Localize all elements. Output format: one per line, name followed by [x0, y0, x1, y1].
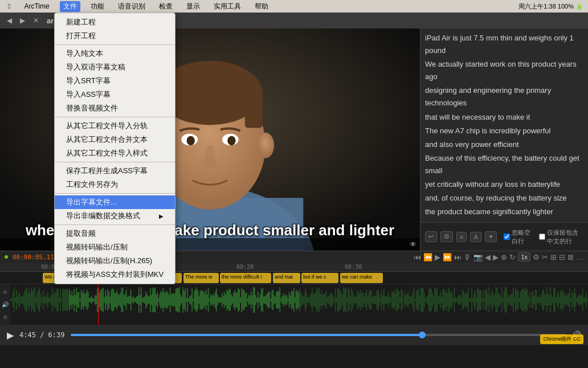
svg-rect-364	[414, 288, 415, 313]
speed-selector[interactable]: 1x	[518, 252, 530, 261]
tl-cut[interactable]: ✂	[542, 253, 548, 261]
svg-rect-23	[19, 294, 21, 306]
menu-replace-video[interactable]: 替换音视频文件	[55, 101, 175, 115]
play-button[interactable]: ▶	[7, 330, 14, 341]
transcript-btn-5[interactable]: ✦	[485, 231, 497, 242]
tl-skip-forward[interactable]: ⏭	[454, 253, 462, 261]
subtitle-segment[interactable]: we can make	[340, 273, 383, 283]
svg-rect-405	[461, 297, 462, 303]
menu-check[interactable]: 检查	[156, 1, 176, 12]
svg-rect-261	[295, 297, 296, 303]
eye-icon[interactable]: 👁	[410, 240, 416, 248]
menu-mux-ass[interactable]: 将视频与ASS文件封装到MKV	[55, 268, 175, 281]
svg-rect-27	[24, 292, 25, 308]
apple-menu[interactable]: 	[5, 2, 14, 11]
tl-delete[interactable]: ⊠	[567, 253, 574, 261]
tl-settings[interactable]: ⚙	[533, 253, 540, 261]
menu-video-transcode[interactable]: 视频转码输出/压制	[55, 240, 175, 254]
menu-save-as[interactable]: 工程文件另存为	[55, 178, 175, 191]
side-icon-3[interactable]: ⊕	[3, 314, 7, 320]
menu-new-project[interactable]: 新建工程	[55, 15, 175, 29]
menu-import-srt[interactable]: 导入SRT字幕	[55, 74, 175, 88]
transcript-btn-4[interactable]: A	[470, 232, 481, 242]
menu-open-project[interactable]: 打开工程	[55, 29, 175, 43]
svg-rect-146	[162, 292, 163, 308]
transcript-btn-3[interactable]: ≡	[456, 232, 467, 242]
menu-arctime[interactable]: ArcTime	[21, 2, 52, 11]
subtitle-segment[interactable]: The more w	[183, 273, 219, 283]
svg-rect-241	[271, 291, 272, 309]
svg-rect-256	[289, 292, 290, 308]
back-button[interactable]: ◀	[5, 15, 14, 26]
tl-zoom-out[interactable]: ▶	[493, 253, 499, 261]
subtitle-segment[interactable]: and mai	[273, 273, 300, 283]
progress-bar[interactable]	[71, 334, 566, 336]
transcript-btn-2[interactable]: ⚙	[440, 231, 453, 242]
svg-rect-368	[418, 289, 419, 310]
transcript-btn-1[interactable]: ↩	[425, 231, 437, 242]
chinese-only-checkbox[interactable]: 仅保留包含中文的行	[539, 228, 583, 246]
menu-extract-audio[interactable]: 提取音频	[55, 227, 175, 240]
tl-copy[interactable]: ⊞	[550, 253, 557, 261]
menu-import-branch[interactable]: 从其它工程文件导入分轨	[55, 119, 175, 133]
side-icon-2[interactable]: 🔊	[2, 301, 9, 308]
svg-rect-16	[11, 299, 13, 301]
tl-expand[interactable]: ⊕	[501, 253, 507, 261]
tl-more[interactable]: …	[576, 253, 583, 261]
svg-rect-361	[410, 297, 411, 303]
menu-export-subtitle[interactable]: 导出字幕文件...	[55, 195, 175, 209]
svg-rect-35	[34, 287, 35, 313]
menu-file[interactable]: 文件	[60, 1, 80, 12]
menu-speech[interactable]: 语音识别	[115, 1, 149, 12]
menu-video-transcode-h265[interactable]: 视频转码输出/压制(H.265)	[55, 254, 175, 268]
tl-loop[interactable]: ↻	[509, 253, 516, 261]
tl-skip-back[interactable]: ⏮	[414, 253, 421, 261]
svg-rect-329	[373, 296, 374, 304]
svg-rect-257	[290, 296, 291, 304]
menu-import-ass[interactable]: 导入ASS字幕	[55, 88, 175, 101]
tl-record[interactable]: 🎙	[464, 253, 471, 261]
svg-rect-36	[35, 288, 36, 313]
menu-edit[interactable]: 功能	[87, 1, 108, 12]
tl-paste[interactable]: ⊟	[559, 253, 565, 261]
svg-rect-95	[103, 288, 104, 312]
menu-save-ass[interactable]: 保存工程并生成ASS字幕	[55, 164, 175, 178]
svg-rect-183	[205, 294, 206, 306]
svg-rect-469	[535, 289, 536, 310]
subtitle-segment[interactable]: but if we c	[301, 273, 338, 283]
forward-button[interactable]: ▶	[18, 15, 27, 26]
svg-rect-71	[75, 295, 76, 304]
tl-step-back[interactable]: ⏪	[423, 253, 432, 261]
tl-screenshot[interactable]: 📷	[473, 253, 483, 261]
svg-rect-262	[296, 291, 297, 309]
ignore-blank-checkbox[interactable]: 忽略空白行	[504, 228, 531, 246]
separator-3	[55, 162, 175, 162]
menu-help[interactable]: 帮助	[251, 1, 272, 12]
tl-play[interactable]: ▶	[435, 253, 440, 261]
menu-export-nonenc[interactable]: 导出非编数据交换格式 ▶	[55, 209, 175, 223]
progress-thumb[interactable]	[419, 332, 426, 338]
svg-rect-39	[38, 289, 39, 311]
svg-rect-462	[527, 289, 528, 310]
svg-rect-488	[557, 294, 558, 306]
svg-rect-260	[293, 288, 295, 312]
menu-import-bilingual[interactable]: 导入双语字幕文稿	[55, 60, 175, 74]
svg-rect-467	[533, 292, 534, 308]
svg-rect-265	[299, 288, 300, 312]
svg-rect-55	[56, 289, 58, 311]
tl-step-forward[interactable]: ⏩	[443, 253, 452, 261]
side-icon-1[interactable]: 👁	[2, 289, 8, 296]
tl-zoom-in[interactable]: ◀	[485, 253, 491, 261]
menu-import-text[interactable]: 导入纯文本	[55, 47, 175, 60]
subtitle-segment[interactable]: the more difficult i	[220, 273, 271, 283]
submenu-arrow: ▶	[159, 213, 164, 219]
menu-import-style[interactable]: 从其它工程文件导入样式	[55, 146, 175, 160]
svg-rect-458	[522, 289, 523, 311]
menu-merge-project[interactable]: 从其它工程文件合并文本	[55, 133, 175, 146]
menu-tools[interactable]: 实用工具	[210, 1, 244, 12]
svg-rect-404	[460, 295, 461, 305]
svg-rect-459	[523, 288, 524, 312]
svg-rect-118	[129, 296, 130, 304]
close-button[interactable]: ✕	[31, 15, 41, 26]
menu-display[interactable]: 显示	[183, 1, 203, 12]
